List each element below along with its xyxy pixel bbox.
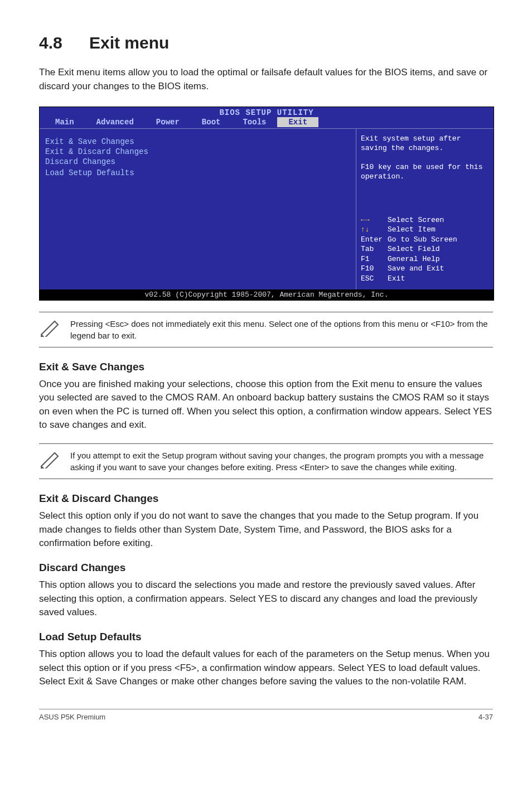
footer-right: 4-37	[478, 713, 493, 721]
page-footer: ASUS P5K Premium 4-37	[39, 709, 493, 721]
bios-setup-screenshot: BIOS SETUP UTILITY Main Advanced Power B…	[39, 107, 494, 300]
bios-item: Discard Changes	[45, 157, 350, 167]
subheading-exit-save: Exit & Save Changes	[39, 361, 493, 373]
body-text: This option allows you to discard the se…	[39, 578, 493, 620]
key-label: Select Field	[388, 244, 440, 254]
bios-help-text: Exit system setup after saving the chang…	[361, 134, 489, 181]
bios-item: Exit & Save Changes	[45, 137, 350, 147]
bios-item: Exit & Discard Changes	[45, 147, 350, 157]
subheading-discard: Discard Changes	[39, 562, 493, 574]
footer-left: ASUS P5K Premium	[39, 713, 105, 721]
key-label: Go to Sub Screen	[388, 235, 457, 245]
key: Tab	[361, 244, 388, 254]
note-text: If you attempt to exit the Setup program…	[70, 450, 493, 473]
body-text: Once you are finished making your select…	[39, 378, 493, 433]
key: F10	[361, 264, 388, 274]
key-label: Save and Exit	[388, 264, 444, 274]
note: Pressing <Esc> does not immediately exit…	[39, 312, 493, 347]
section-number: 4.8	[39, 33, 89, 52]
body-text: This option allows you to load the defau…	[39, 648, 493, 689]
bios-item: Load Setup Defaults	[45, 168, 350, 178]
bios-tab-bar: Main Advanced Power Boot Tools Exit	[40, 117, 494, 128]
bios-title: BIOS SETUP UTILITY	[40, 107, 494, 117]
key: F1	[361, 254, 388, 264]
bios-help-panel: Exit system setup after saving the chang…	[356, 128, 494, 289]
key: ←→	[361, 215, 388, 225]
bios-tab-tools: Tools	[231, 117, 277, 127]
key: ESC	[361, 274, 388, 284]
pencil-icon	[39, 319, 61, 337]
key: ↑↓	[361, 225, 388, 235]
key-label: Select Screen	[388, 215, 444, 225]
key: Enter	[361, 235, 388, 245]
bios-tab-advanced: Advanced	[85, 117, 145, 127]
bios-copyright: v02.58 (C)Copyright 1985-2007, American …	[40, 289, 494, 300]
note-text: Pressing <Esc> does not immediately exit…	[70, 318, 493, 341]
bios-tab-power: Power	[145, 117, 191, 127]
bios-tab-boot: Boot	[191, 117, 232, 127]
note: If you attempt to exit the Setup program…	[39, 443, 493, 479]
intro-text: The Exit menu items allow you to load th…	[39, 66, 493, 93]
bios-menu-items: Exit & Save Changes Exit & Discard Chang…	[40, 128, 356, 289]
page-title: 4.8Exit menu	[39, 33, 493, 52]
subheading-exit-discard: Exit & Discard Changes	[39, 492, 493, 505]
bios-key-legend: ←→Select Screen ↑↓Select Item EnterGo to…	[361, 215, 489, 284]
pencil-icon	[39, 451, 61, 468]
section-name: Exit menu	[89, 33, 169, 52]
body-text: Select this option only if you do not wa…	[39, 509, 493, 550]
subheading-load-defaults: Load Setup Defaults	[39, 631, 493, 643]
bios-tab-exit: Exit	[277, 117, 318, 127]
key-label: General Help	[388, 254, 440, 264]
key-label: Select Item	[388, 225, 436, 235]
key-label: Exit	[388, 274, 405, 284]
bios-tab-main: Main	[44, 117, 85, 127]
